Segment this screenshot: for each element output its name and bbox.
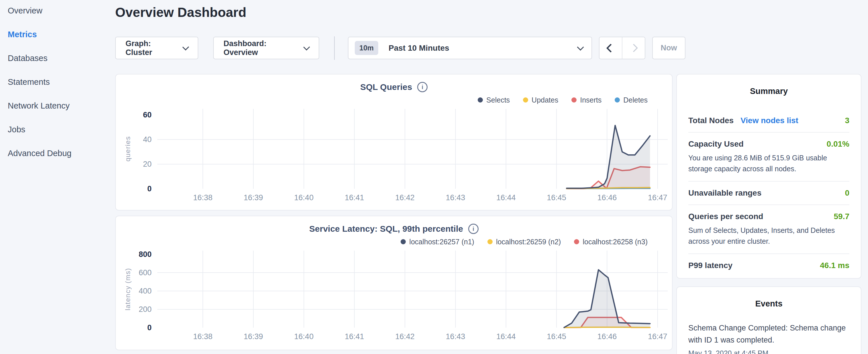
time-pager <box>599 37 645 59</box>
dashboard-dropdown[interactable]: Dashboard: Overview <box>213 37 319 59</box>
summary-row-value: 46.1 ms <box>820 261 849 270</box>
series-area <box>564 270 650 328</box>
y-axis-unit-label: latency (ms) <box>124 268 131 311</box>
event-item-text[interactable]: Schema Change Completed: Schema change w… <box>688 322 849 346</box>
summary-rows: Total Nodes View nodes list 3 Capacity U… <box>688 109 849 277</box>
summary-row-label: Total Nodes <box>688 116 734 125</box>
summary-row-queries-per-second: Queries per second 59.7 Sum of Selects, … <box>688 205 849 254</box>
time-window-label: Past 10 Minutes <box>389 43 449 53</box>
prev-time-button[interactable] <box>599 37 622 59</box>
sidebar-item-advanced-debug[interactable]: Advanced Debug <box>0 141 115 165</box>
legend-dot-icon <box>571 97 577 102</box>
chevron-down-icon <box>182 44 189 51</box>
sidebar-item-label: Databases <box>8 54 48 63</box>
sql-queries-chart-card: SQL Queries i SelectsUpdatesInsertsDelet… <box>115 74 673 211</box>
next-time-button[interactable] <box>622 37 645 59</box>
legend-label: localhost:26258 (n3) <box>583 238 648 246</box>
summary-row-label: Queries per second <box>688 212 763 221</box>
y-axis-tick-label: 200 <box>139 305 152 314</box>
summary-row-total-nodes: Total Nodes View nodes list 3 <box>688 109 849 132</box>
sidebar-item-metrics[interactable]: Metrics <box>0 23 115 46</box>
summary-row-label: P99 latency <box>688 261 733 270</box>
summary-row-capacity-used: Capacity Used 0.01% You are using 28.6 M… <box>688 133 849 181</box>
summary-row-unavailable-ranges: Unavailable ranges 0 <box>688 182 849 204</box>
x-axis-tick-label: 16:44 <box>496 332 516 341</box>
x-axis-tick-label: 16:45 <box>547 332 566 341</box>
sidebar-item-label: Overview <box>8 6 42 15</box>
x-axis-tick-label: 16:44 <box>496 193 516 202</box>
info-icon[interactable]: i <box>468 224 478 234</box>
chart-head: Service Latency: SQL, 99th percentile i <box>116 224 672 234</box>
sidebar-item-network-latency[interactable]: Network Latency <box>0 94 115 118</box>
x-axis-tick-label: 16:42 <box>395 193 415 202</box>
x-axis-tick-label: 16:38 <box>193 332 213 341</box>
legend-label: localhost:26257 (n1) <box>409 238 474 246</box>
service-latency-chart-card: Service Latency: SQL, 99th percentile i … <box>115 216 673 350</box>
x-axis-tick-label: 16:43 <box>446 332 465 341</box>
chevron-down-icon <box>303 44 310 51</box>
events-title: Events <box>688 299 849 309</box>
legend-item[interactable]: localhost:26258 (n3) <box>574 238 648 246</box>
y-axis-tick-label: 400 <box>139 287 152 295</box>
legend-label: Selects <box>486 96 510 104</box>
legend-dot-icon <box>615 97 620 102</box>
info-icon[interactable]: i <box>417 82 428 92</box>
x-axis-tick-label: 16:47 <box>648 193 668 202</box>
legend-dot-icon <box>478 97 483 102</box>
legend-label: Updates <box>532 96 558 104</box>
legend-item[interactable]: localhost:26259 (n2) <box>488 238 561 246</box>
series-area <box>566 125 650 189</box>
graph-dropdown[interactable]: Graph: Cluster <box>115 37 198 59</box>
y-axis-tick-label: 600 <box>139 268 152 277</box>
legend-dot-icon <box>401 239 406 244</box>
events-panel: Events Schema Change Completed: Schema c… <box>676 286 861 354</box>
sidebar-item-label: Jobs <box>8 125 25 134</box>
sidebar: Overview Metrics Databases Statements Ne… <box>0 0 115 165</box>
legend-label: localhost:26259 (n2) <box>496 238 561 246</box>
sidebar-item-databases[interactable]: Databases <box>0 46 115 70</box>
x-axis-tick-label: 16:38 <box>193 193 213 202</box>
x-axis-tick-label: 16:46 <box>597 193 617 202</box>
y-axis-tick-label: 60 <box>143 110 152 119</box>
chart-title: Service Latency: SQL, 99th percentile <box>309 224 463 234</box>
chart-title: SQL Queries <box>360 82 412 92</box>
chevron-down-icon <box>577 44 584 51</box>
x-axis-tick-label: 16:39 <box>244 332 263 341</box>
legend-item[interactable]: localhost:26257 (n1) <box>401 238 474 246</box>
x-axis-tick-label: 16:41 <box>345 193 364 202</box>
graph-dropdown-label: Graph: Cluster <box>125 39 177 57</box>
sidebar-item-jobs[interactable]: Jobs <box>0 118 115 141</box>
summary-row-value: 3 <box>845 116 849 125</box>
summary-panel: Summary Total Nodes View nodes list 3 Ca… <box>676 74 861 279</box>
legend-label: Inserts <box>580 96 601 104</box>
event-item-timestamp: May 13, 2020 at 4:45 PM <box>688 349 849 354</box>
legend-item[interactable]: Inserts <box>571 96 601 104</box>
sidebar-item-label: Metrics <box>8 30 37 39</box>
x-axis-tick-label: 16:39 <box>244 193 263 202</box>
chart-svg[interactable]: 16:3816:3916:4016:4116:4216:4316:4416:45… <box>116 105 672 204</box>
chart-svg[interactable]: 16:3816:3916:4016:4116:4216:4316:4416:45… <box>116 247 672 343</box>
summary-row-value: 0 <box>845 189 849 198</box>
sidebar-item-label: Advanced Debug <box>8 149 72 158</box>
time-window-dropdown[interactable]: 10m Past 10 Minutes <box>348 37 592 59</box>
y-axis-tick-label: 0 <box>147 185 152 193</box>
y-axis-unit-label: queries <box>124 136 131 162</box>
summary-row-label: Unavailable ranges <box>688 189 762 198</box>
page-title: Overview Dashboard <box>115 5 246 20</box>
dashboard-dropdown-label: Dashboard: Overview <box>223 39 298 57</box>
legend-dot-icon <box>574 239 579 244</box>
legend-label: Deletes <box>623 96 648 104</box>
summary-row-subtext: Sum of Selects, Updates, Inserts, and De… <box>688 225 849 247</box>
time-window-badge: 10m <box>355 41 378 55</box>
summary-row-subtext: You are using 28.6 MiB of 515.9 GiB usab… <box>688 153 849 174</box>
view-nodes-list-link[interactable]: View nodes list <box>741 116 798 125</box>
sidebar-item-statements[interactable]: Statements <box>0 70 115 94</box>
legend-item[interactable]: Deletes <box>615 96 648 104</box>
legend-item[interactable]: Selects <box>478 96 510 104</box>
sidebar-item-overview[interactable]: Overview <box>0 0 115 23</box>
legend-item[interactable]: Updates <box>523 96 558 104</box>
now-button[interactable]: Now <box>652 37 685 59</box>
toolbar-divider <box>334 36 335 60</box>
x-axis-tick-label: 16:47 <box>648 332 668 341</box>
legend-dot-icon <box>523 97 528 102</box>
